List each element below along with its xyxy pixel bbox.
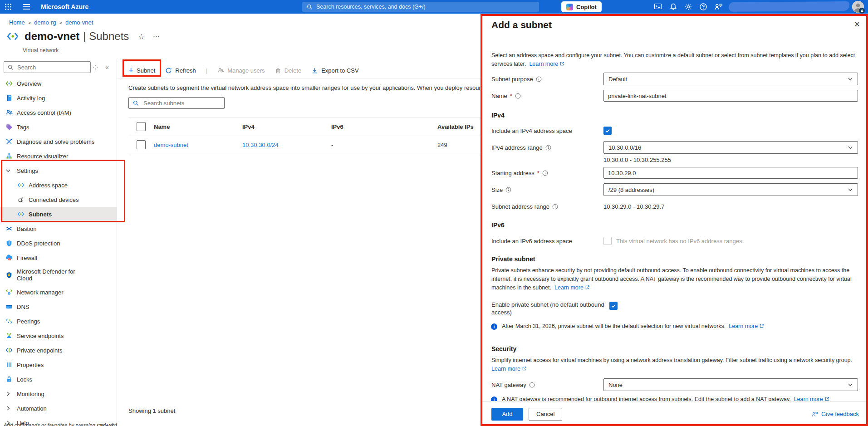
learn-more-link[interactable]: Learn more (491, 366, 520, 372)
sidebar-group-settings[interactable]: Settings (0, 163, 117, 178)
settings-gear-icon[interactable] (684, 3, 692, 11)
help-icon[interactable] (699, 3, 707, 11)
sidebar-item-peerings[interactable]: Peerings (0, 314, 117, 328)
sidebar-search-box[interactable] (4, 61, 91, 73)
learn-more-link[interactable]: Learn more (729, 323, 758, 329)
sidebar-item-dns[interactable]: DNS (0, 299, 117, 314)
sidebar-item-properties[interactable]: Properties (0, 357, 117, 372)
manage-users-button[interactable]: Manage users (217, 67, 265, 74)
chevron-down-icon (848, 187, 853, 192)
sidebar-item-connected-devices[interactable]: Connected devices (0, 192, 117, 207)
info-icon (536, 76, 542, 82)
more-options-icon[interactable]: ⋯ (153, 32, 161, 40)
sidebar-item-activity-log[interactable]: Activity log (0, 91, 117, 105)
sidebar-search-input[interactable] (16, 64, 77, 71)
refresh-button[interactable]: Refresh (165, 67, 196, 74)
column-header-ipv4[interactable]: IPv4 (242, 123, 255, 130)
starting-address-row: Starting address* (491, 167, 858, 179)
breadcrumb-home[interactable]: Home (9, 19, 25, 26)
close-icon[interactable]: × (854, 20, 860, 29)
search-subnets-box[interactable] (128, 97, 225, 109)
sync-icon[interactable] (93, 64, 98, 70)
subnet-purpose-select[interactable]: Default (603, 73, 858, 85)
download-icon (311, 67, 318, 74)
external-link-icon (759, 323, 764, 328)
network-manager-icon (5, 289, 13, 296)
include-ipv4-checkbox[interactable] (603, 127, 612, 135)
virtual-network-icon (6, 30, 19, 43)
cancel-button[interactable]: Cancel (529, 408, 562, 421)
sidebar-item-tags[interactable]: Tags (0, 120, 117, 134)
azure-brand[interactable]: Microsoft Azure (41, 0, 88, 14)
row-checkbox[interactable] (137, 140, 146, 149)
copilot-button[interactable]: Copilot (561, 1, 602, 12)
subnet-name-link[interactable]: demo-subnet (154, 141, 188, 148)
learn-more-link[interactable]: Learn more (529, 61, 558, 67)
sidebar-item-access-control[interactable]: Access control (IAM) (0, 105, 117, 120)
learn-more-link[interactable]: Learn more (554, 284, 584, 291)
copilot-label: Copilot (576, 4, 597, 10)
subnets-table: Name ↑ IPv4 IPv6 Available IPs demo-subn… (128, 117, 482, 153)
add-button[interactable]: Add (491, 408, 523, 421)
cloud-shell-icon[interactable] (654, 3, 662, 11)
delete-button[interactable]: Delete (275, 67, 302, 74)
dns-icon (5, 303, 13, 310)
size-select[interactable]: /29 (8 addresses) (603, 183, 858, 196)
sidebar-item-service-endpoints[interactable]: Service endpoints (0, 328, 117, 343)
sidebar-item-overview[interactable]: Overview (0, 76, 117, 91)
add-subnet-button[interactable]: + Subnet (128, 67, 155, 74)
breadcrumb-resource-group[interactable]: demo-rg (34, 19, 56, 26)
sidebar-item-subnets[interactable]: Subnets (0, 207, 117, 221)
sidebar-item-bastion[interactable]: Bastion (0, 221, 117, 236)
security-description: Simplify internet access for virtual mac… (491, 356, 857, 373)
private-endpoints-icon (5, 347, 13, 354)
include-ipv6-row: Include an IPv6 address space This virtu… (491, 237, 858, 245)
breadcrumb-vnet[interactable]: demo-vnet (65, 19, 93, 26)
favorite-star-icon[interactable]: ☆ (138, 32, 144, 41)
sidebar-item-private-endpoints[interactable]: Private endpoints (0, 343, 117, 357)
export-csv-button[interactable]: Export to CSV (311, 67, 358, 74)
page-title-section: | Subnets (83, 30, 129, 43)
column-header-available-ips[interactable]: Available IPs (437, 123, 474, 130)
search-subnets-input[interactable] (142, 99, 212, 107)
subnet-ipv4-link[interactable]: 10.30.30.0/24 (242, 141, 279, 148)
column-header-ipv6[interactable]: IPv6 (331, 123, 343, 130)
hamburger-menu-icon[interactable] (23, 0, 30, 14)
notifications-bell-icon[interactable] (669, 3, 677, 11)
sidebar-item-firewall[interactable]: Firewall (0, 250, 117, 265)
manage-users-icon (217, 67, 224, 74)
global-search-bar[interactable]: Search resources, services, and docs (G+… (302, 2, 539, 12)
feedback-icon[interactable] (714, 3, 723, 11)
enable-private-subnet-checkbox[interactable] (609, 302, 618, 310)
check-icon (611, 303, 616, 308)
tags-icon (5, 123, 13, 131)
subnet-name-input[interactable] (603, 90, 858, 102)
access-control-icon (5, 109, 13, 116)
sidebar-group-automation[interactable]: Automation (0, 401, 117, 416)
avatar[interactable] (852, 1, 864, 13)
service-endpoints-icon (5, 332, 13, 339)
sidebar-group-monitoring[interactable]: Monitoring (0, 387, 117, 401)
waffle-menu-icon[interactable] (5, 0, 12, 14)
collapse-sidebar-icon[interactable]: « (105, 64, 109, 71)
sidebar-item-resource-visualizer[interactable]: Resource visualizer (0, 149, 117, 163)
ipv4-range-select[interactable]: 10.30.0.0/16 (603, 141, 858, 154)
subnet-available-ips: 249 (437, 141, 447, 148)
sidebar-item-network-manager[interactable]: Network manager (0, 285, 117, 299)
select-all-checkbox[interactable] (137, 122, 146, 131)
locks-icon (5, 376, 13, 383)
subnets-description: Create subnets to segment the virtual ne… (128, 84, 482, 91)
table-row[interactable]: demo-subnet 10.30.30.0/24 - 249 (128, 136, 482, 153)
sidebar-item-ddos[interactable]: DDoS protection (0, 236, 117, 250)
ipv4-range-helper: 10.30.0.0 - 10.30.255.255 (603, 157, 671, 163)
nat-gateway-select[interactable]: None (603, 378, 858, 391)
sidebar-item-address-space[interactable]: Address space (0, 178, 117, 192)
include-ipv6-checkbox (603, 237, 612, 245)
give-feedback-link[interactable]: Give feedback (811, 411, 859, 417)
copilot-icon (566, 4, 573, 10)
sidebar-item-locks[interactable]: Locks (0, 372, 117, 387)
sidebar-item-defender[interactable]: Microsoft Defender for Cloud (0, 265, 117, 285)
external-link-icon (559, 61, 564, 66)
starting-address-input[interactable] (603, 167, 858, 179)
sidebar-item-diagnose[interactable]: Diagnose and solve problems (0, 134, 117, 149)
